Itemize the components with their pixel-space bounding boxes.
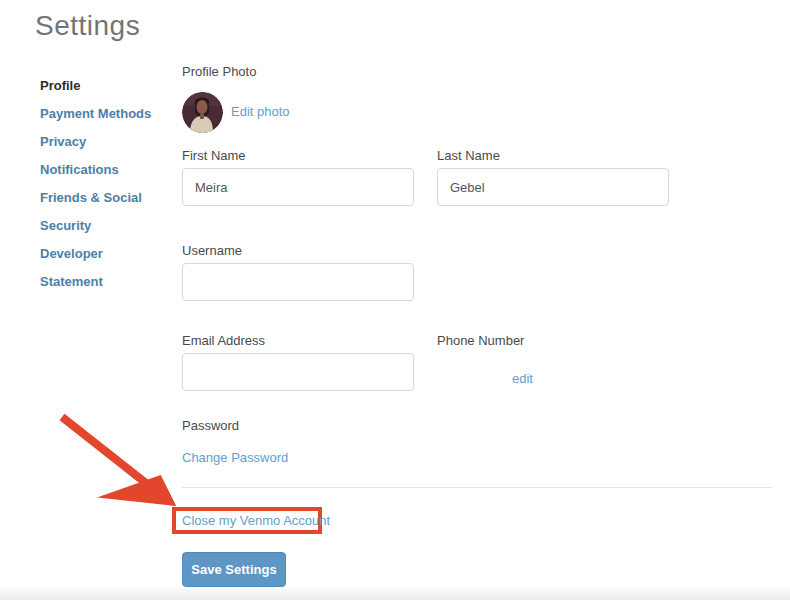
phone-field-group: Phone Number edit [437,333,524,353]
close-account-link[interactable]: Close my Venmo Account [182,513,330,528]
first-name-field-group: First Name [182,148,414,206]
sidebar-item-developer[interactable]: Developer [40,246,170,274]
password-label: Password [182,418,288,433]
sidebar-item-profile[interactable]: Profile [40,78,170,106]
username-input[interactable] [182,263,414,301]
screenshot-bottom-edge [0,588,790,600]
settings-sidebar: Profile Payment Methods Privacy Notifica… [40,78,170,302]
sidebar-item-payment-methods[interactable]: Payment Methods [40,106,170,134]
sidebar-item-friends-social[interactable]: Friends & Social [40,190,170,218]
edit-photo-link[interactable]: Edit photo [231,104,290,119]
last-name-input[interactable] [437,168,669,206]
password-field-group: Password Change Password [182,418,288,466]
change-password-link[interactable]: Change Password [182,450,288,465]
email-field-group: Email Address [182,333,414,391]
annotation-highlight-box: Close my Venmo Account [172,507,322,534]
avatar-photo [182,92,223,133]
username-label: Username [182,243,414,258]
settings-page: Settings Profile Payment Methods Privacy… [0,0,790,600]
email-label: Email Address [182,333,414,348]
sidebar-item-notifications[interactable]: Notifications [40,162,170,190]
last-name-label: Last Name [437,148,669,163]
first-name-label: First Name [182,148,414,163]
sidebar-item-statement[interactable]: Statement [40,274,170,302]
sidebar-item-privacy[interactable]: Privacy [40,134,170,162]
email-input[interactable] [182,353,414,391]
annotation-arrow-icon [50,405,190,520]
avatar [182,92,223,133]
save-settings-button[interactable]: Save Settings [182,552,286,587]
phone-edit-link[interactable]: edit [512,371,533,386]
phone-number-label: Phone Number [437,333,524,348]
sidebar-item-security[interactable]: Security [40,218,170,246]
page-title: Settings [35,10,140,42]
profile-photo-label: Profile Photo [182,64,256,79]
last-name-field-group: Last Name [437,148,669,206]
username-field-group: Username [182,243,414,301]
first-name-input[interactable] [182,168,414,206]
section-divider [182,487,772,488]
